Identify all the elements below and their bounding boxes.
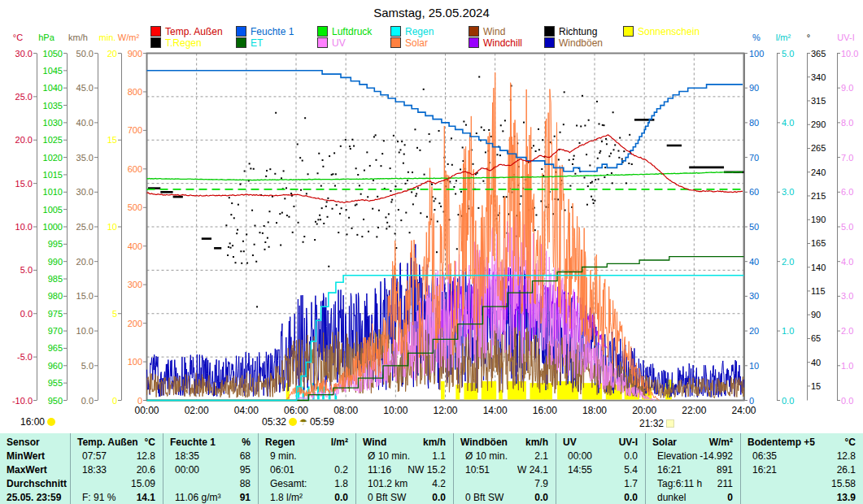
series-direction-dot [304, 117, 306, 119]
series-direction-dot [579, 142, 581, 144]
series-direction-dot [268, 211, 270, 212]
series-direction-dot [540, 200, 542, 202]
series-direction-dot [373, 136, 375, 137]
weather-day-chart-window: Samstag, 25.05.2024 Temp. AußenT.RegenFe… [0, 0, 863, 504]
series-direction-dot [225, 224, 227, 226]
series-direction-dot [584, 124, 586, 126]
series-direction-dot [593, 202, 595, 204]
series-direction-dot [563, 124, 564, 125]
series-direction-dot [322, 166, 324, 167]
series-direction-dot [455, 193, 456, 195]
axis-unit-min.: min. [99, 33, 116, 42]
series-direction-dot [574, 173, 576, 175]
table-cell-time: 00:00 [175, 463, 199, 477]
table-cell-value: 891 [717, 463, 733, 477]
series-direction-dot [336, 204, 338, 206]
axis-tick-label: 20.0 [15, 135, 33, 145]
axis-tick-label: 30.0 [15, 49, 33, 59]
series-direction-dot [283, 170, 285, 172]
axis-unit-W/m²: W/m² [118, 33, 140, 42]
axis-tick-label: 10 [749, 361, 759, 371]
series-direction-dot [591, 196, 592, 198]
series-direction-dot [584, 176, 586, 178]
series-direction-dot [299, 157, 301, 159]
series-direction-dot [617, 150, 619, 152]
axis-tick-label: 1.0 [782, 326, 794, 336]
x-axis-label: 16:00 [533, 405, 557, 416]
series-direction-dot [538, 128, 539, 130]
series-direction-dot [246, 263, 248, 264]
series-direction-dot [231, 202, 233, 204]
series-direction-dot [377, 196, 378, 198]
table-column-name: Bodentemp +5 [747, 436, 815, 450]
series-direction-dot [391, 199, 393, 201]
series-direction-dot [292, 232, 294, 233]
table-cell-value: 15.58 [831, 477, 856, 491]
series-direction-dot [242, 241, 244, 242]
table-cell-row: Elevation-14.992 [646, 450, 741, 463]
series-direction-dot [451, 164, 453, 166]
series-direction-dot [264, 225, 265, 227]
series-direction-dot [268, 221, 269, 223]
axis-tick-label: 990 [48, 257, 63, 267]
table-cell-value: 0.0 [624, 491, 638, 504]
series-direction-dot [375, 159, 377, 161]
series-direction-dot [414, 128, 416, 130]
series-direction-dot [589, 164, 591, 166]
table-cell-value: 0 [727, 491, 733, 504]
series-direction-dot [573, 159, 574, 160]
table-cell-value: 88 [240, 477, 251, 491]
series-direction-dot [490, 136, 492, 137]
summary-table: SensorMinWertMaxWertDurchschnitt25.05. 2… [0, 433, 863, 504]
series-direction-dot [535, 150, 537, 152]
table-cell-row: Ø 10 min.2.1 [454, 450, 556, 463]
table-column-header: Windkm/h [356, 436, 454, 450]
series-direction-dot [254, 244, 255, 245]
table-column-name: Feuchte 1 [170, 436, 216, 450]
axis-tick-label: 960 [48, 361, 63, 371]
series-direction-dot [325, 206, 327, 207]
axis-tick-label: 40.0 [76, 118, 94, 128]
series-direction-dot [347, 233, 348, 235]
series-direction-dot [619, 137, 621, 139]
series-direction-dot [535, 215, 537, 216]
series-direction-dot [290, 193, 292, 194]
series-direction-dot [351, 139, 353, 141]
series-direction-dot [232, 245, 233, 246]
series-direction-dot [394, 232, 396, 234]
axis-unit-l/m²: l/m² [776, 33, 791, 42]
series-sunshine [530, 383, 552, 399]
table-cell-value: 7.9 [534, 477, 548, 491]
axis-tick-label: 50 [749, 222, 759, 232]
series-direction-dot [592, 199, 594, 201]
table-cell-time: 18:35 [175, 450, 199, 463]
series-direction-dot [385, 216, 386, 218]
series-direction-dot [386, 228, 387, 229]
table-cell-value: 15.09 [131, 477, 155, 491]
series-direction-dot [608, 155, 610, 157]
table-cell-value: 14.1 [137, 491, 155, 504]
axis-tick-label: 1050 [43, 49, 63, 59]
series-direction-dot [357, 174, 359, 176]
series-direction-dot [331, 174, 333, 176]
series-direction-dot [599, 123, 600, 124]
table-column-header: SolarW/m² [646, 436, 741, 450]
table-cell-time: Gesamt: [270, 477, 307, 491]
series-direction-dot [419, 150, 421, 151]
series-direction-dot [415, 195, 416, 197]
axis-tick-label: 165 [811, 238, 826, 248]
series-direction-dot [596, 101, 598, 102]
table-cell-value: 0.2 [334, 463, 348, 477]
axis-tick-label: 50.0 [76, 49, 94, 59]
series-direction-dot [239, 184, 241, 185]
series-direction-dot [316, 224, 318, 225]
axis-tick-label: 980 [48, 291, 63, 301]
series-direction-dot [339, 213, 341, 215]
table-cell-row: 18:3568 [163, 450, 259, 463]
series-direction-dot [573, 155, 575, 157]
table-column-bodentemp-5: Bodentemp +5°C06:3512.816:2126.115.5813.… [740, 433, 863, 504]
series-direction-dot [319, 215, 320, 216]
series-direction-dot [285, 187, 287, 189]
series-direction-dot [378, 210, 380, 211]
series-direction-dot [576, 124, 578, 126]
